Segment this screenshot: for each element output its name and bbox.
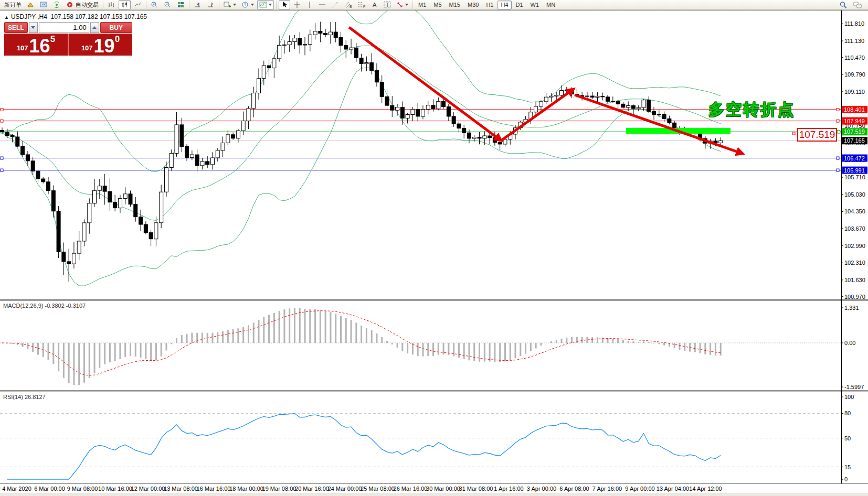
line-handle[interactable] [837, 120, 839, 122]
horizontal-line-tool-icon[interactable] [316, 0, 328, 9]
channel-tool-icon[interactable]: E [342, 0, 354, 9]
callout-handle[interactable] [838, 131, 840, 133]
collapse-triangle-icon[interactable]: ▲ [4, 15, 9, 20]
trendline-tool-icon[interactable] [329, 0, 341, 9]
line-handle[interactable] [1, 157, 3, 159]
candle-body [437, 101, 440, 109]
rsi-pane[interactable] [0, 413, 841, 479]
candle-body [108, 191, 112, 202]
volume-increase-button[interactable] [90, 22, 99, 33]
timeframe-m15[interactable]: M15 [446, 1, 463, 9]
sell-button[interactable]: SELL [4, 22, 28, 33]
candle-body [324, 34, 327, 35]
candle-body [549, 96, 553, 97]
timeframe-w1[interactable]: W1 [527, 1, 543, 9]
candle-body [616, 101, 620, 104]
add-indicator-button[interactable] [221, 0, 238, 9]
date-label: 13 Mar 08:00 [164, 486, 198, 492]
volume-decrease-button[interactable] [29, 22, 38, 33]
price-axis[interactable]: 111.810111.130110.470109.790109.110107.7… [841, 20, 867, 482]
candlestick-chart-icon[interactable] [119, 0, 131, 9]
chart-shift-icon[interactable] [205, 0, 217, 9]
terminal-icon[interactable] [38, 0, 50, 9]
new-order-button[interactable]: 新订单 [2, 0, 24, 9]
price-tick-label: 105.030 [844, 191, 865, 198]
crosshair-tool-icon[interactable] [291, 0, 303, 9]
date-label: 14 Apr 12:00 [689, 486, 722, 492]
zoom-in-icon[interactable] [149, 0, 161, 9]
line-handle[interactable] [1, 108, 3, 111]
price-tick-label: 102.310 [844, 260, 865, 266]
text-tool-icon[interactable]: A [369, 0, 380, 9]
svg-text:A: A [373, 2, 377, 8]
indicator-profile-button[interactable] [257, 0, 274, 9]
macd-pane[interactable] [0, 308, 841, 385]
timeframe-clock-button[interactable] [239, 0, 256, 9]
auto-trading-button[interactable]: 自动交易 [64, 0, 101, 9]
toolbar-group-shift [189, 1, 219, 9]
buy-price-display[interactable]: 107 19 0 [69, 34, 132, 56]
volume-input[interactable] [39, 22, 89, 33]
candle-body [200, 161, 204, 166]
arrows-tool-button[interactable] [394, 0, 410, 9]
chart-surface[interactable]: 111.810111.130110.470109.790109.110107.7… [0, 0, 868, 496]
candle-body [272, 59, 276, 68]
price-badge-label: 107.165 [844, 137, 865, 144]
candle-body [303, 45, 307, 45]
candle-body [113, 202, 117, 208]
bar-chart-icon[interactable] [105, 0, 118, 9]
zoom-out-icon[interactable] [162, 0, 174, 9]
candle-body [642, 100, 645, 107]
line-handle[interactable] [1, 169, 3, 171]
price-callout-label[interactable]: 107.519 [797, 128, 837, 142]
line-handle[interactable] [837, 169, 839, 171]
turning-point-annotation[interactable]: 多空转折点 [708, 99, 795, 121]
candle-body [339, 37, 343, 45]
timeframe-h4[interactable]: H4 [497, 1, 511, 9]
date-axis[interactable]: 4 Mar 20206 Mar 00:009 Mar 08:0010 Mar 1… [2, 486, 722, 492]
line-handle[interactable] [1, 120, 3, 122]
candle-body [88, 203, 91, 223]
callout-handle[interactable] [792, 132, 795, 135]
line-handle[interactable] [837, 157, 839, 159]
timeframe-h1[interactable]: H1 [483, 1, 496, 9]
line-chart-icon[interactable] [132, 0, 144, 9]
sell-price-display[interactable]: 107 16 5 [4, 34, 69, 56]
trend-arrow[interactable] [349, 27, 500, 139]
candle-body [41, 179, 45, 182]
cursor-tool-icon[interactable] [279, 0, 290, 9]
depth-of-market-icon[interactable] [25, 0, 37, 9]
candle-body [416, 110, 420, 116]
candle-body [534, 106, 538, 112]
line-handle[interactable] [837, 108, 839, 111]
candle-body [350, 48, 353, 49]
search-icon[interactable] [837, 0, 850, 9]
fibonacci-tool-icon[interactable]: F [355, 0, 368, 9]
candle-body [354, 48, 358, 58]
tile-windows-icon[interactable] [175, 0, 187, 9]
toolbar-group-timeframes: M1 M5 M15 M30 H1 H4 D1 W1 MN [412, 1, 560, 9]
timeframe-m1[interactable]: M1 [415, 1, 429, 9]
candle-body [10, 135, 14, 137]
candle-body [195, 155, 199, 166]
candle-body [596, 96, 599, 98]
chat-icon[interactable] [851, 0, 864, 9]
price-tick-label: 100.970 [844, 294, 865, 300]
candle-body [452, 116, 456, 124]
text-label-tool-icon[interactable]: T [382, 0, 393, 9]
candle-body [462, 128, 466, 133]
auto-scroll-icon[interactable] [192, 0, 204, 9]
timeframe-d1[interactable]: D1 [513, 1, 526, 9]
signals-icon[interactable] [51, 0, 63, 9]
macd-tick-label: -1.5997 [844, 384, 864, 390]
timeframe-m30[interactable]: M30 [464, 1, 482, 9]
candle-body [21, 146, 25, 155]
vertical-line-tool-icon[interactable] [304, 0, 315, 9]
timeframe-mn[interactable]: MN [543, 1, 558, 9]
buy-button[interactable]: BUY [100, 22, 133, 33]
ohlc-values: 107.158 107.182 107.153 107.165 [51, 13, 147, 20]
candle-body [344, 46, 348, 49]
timeframe-m5[interactable]: M5 [430, 1, 444, 9]
candle-body [390, 105, 394, 110]
candle-body [673, 123, 676, 128]
